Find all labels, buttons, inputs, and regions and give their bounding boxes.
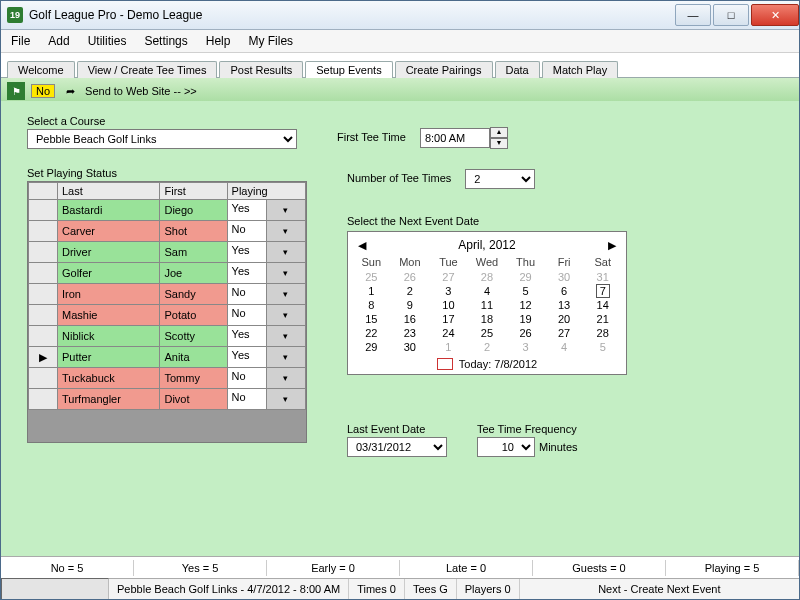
- chevron-down-icon[interactable]: ▾: [266, 305, 305, 325]
- course-label: Select a Course: [27, 115, 297, 127]
- calendar-day[interactable]: 24: [429, 326, 468, 340]
- table-row[interactable]: BastardiDiegoYes▾: [29, 200, 306, 221]
- calendar-day[interactable]: 28: [468, 270, 507, 284]
- calendar-day[interactable]: 7: [583, 284, 622, 298]
- calendar-day[interactable]: 1: [352, 284, 391, 298]
- table-row[interactable]: TuckabuckTommyNo▾: [29, 368, 306, 389]
- num-tees-label: Number of Tee Times: [347, 172, 451, 184]
- last-event-select[interactable]: 03/31/2012: [347, 437, 447, 457]
- chevron-down-icon[interactable]: ▾: [266, 221, 305, 241]
- calendar-day[interactable]: 2: [468, 340, 507, 354]
- count-yes: Yes = 5: [134, 560, 267, 576]
- table-row[interactable]: ▶PutterAnitaYes▾: [29, 347, 306, 368]
- calendar-day[interactable]: 2: [391, 284, 430, 298]
- calendar-day[interactable]: 19: [506, 312, 545, 326]
- calendar-day[interactable]: 29: [352, 340, 391, 354]
- table-row[interactable]: CarverShotNo▾: [29, 221, 306, 242]
- chevron-down-icon[interactable]: ▾: [266, 347, 305, 367]
- chevron-down-icon[interactable]: ▾: [266, 263, 305, 283]
- cal-prev-icon[interactable]: ◀: [358, 239, 366, 252]
- calendar-day[interactable]: 5: [583, 340, 622, 354]
- table-row[interactable]: NiblickScottyYes▾: [29, 326, 306, 347]
- flag-icon[interactable]: ⚑: [7, 82, 25, 100]
- menu-my-files[interactable]: My Files: [248, 34, 293, 48]
- calendar-day[interactable]: 31: [583, 270, 622, 284]
- calendar-day[interactable]: 21: [583, 312, 622, 326]
- calendar-day[interactable]: 27: [429, 270, 468, 284]
- table-row[interactable]: GolferJoeYes▾: [29, 263, 306, 284]
- cal-next-icon[interactable]: ▶: [608, 239, 616, 252]
- cal-today[interactable]: Today: 7/8/2012: [352, 358, 622, 370]
- calendar-day[interactable]: 15: [352, 312, 391, 326]
- num-tees-select[interactable]: 2: [465, 169, 535, 189]
- calendar-day[interactable]: 23: [391, 326, 430, 340]
- menu-file[interactable]: File: [11, 34, 30, 48]
- table-row[interactable]: TurfmanglerDivotNo▾: [29, 389, 306, 410]
- calendar-day[interactable]: 10: [429, 298, 468, 312]
- freq-select[interactable]: 10: [477, 437, 535, 457]
- tab-welcome[interactable]: Welcome: [7, 61, 75, 78]
- calendar-day[interactable]: 13: [545, 298, 584, 312]
- table-row[interactable]: IronSandyNo▾: [29, 284, 306, 305]
- minimize-button[interactable]: —: [675, 4, 711, 26]
- course-select[interactable]: Pebble Beach Golf Links: [27, 129, 297, 149]
- calendar-day[interactable]: 30: [545, 270, 584, 284]
- first-tee-input[interactable]: [420, 128, 490, 148]
- chevron-down-icon[interactable]: ▾: [266, 284, 305, 304]
- calendar-day[interactable]: 25: [468, 326, 507, 340]
- table-row[interactable]: DriverSamYes▾: [29, 242, 306, 263]
- tab-tee-times[interactable]: View / Create Tee Times: [77, 61, 218, 78]
- calendar-day[interactable]: 30: [391, 340, 430, 354]
- status-grip: [1, 578, 109, 600]
- calendar-day[interactable]: 20: [545, 312, 584, 326]
- calendar-day[interactable]: 3: [506, 340, 545, 354]
- tab-match-play[interactable]: Match Play: [542, 61, 618, 78]
- calendar-day[interactable]: 29: [506, 270, 545, 284]
- calendar-day[interactable]: 4: [468, 284, 507, 298]
- tab-data[interactable]: Data: [495, 61, 540, 78]
- table-row[interactable]: MashiePotatoNo▾: [29, 305, 306, 326]
- menu-settings[interactable]: Settings: [144, 34, 187, 48]
- spin-up-icon[interactable]: ▲: [490, 127, 508, 138]
- calendar-day[interactable]: 4: [545, 340, 584, 354]
- calendar-day[interactable]: 6: [545, 284, 584, 298]
- chevron-down-icon[interactable]: ▾: [266, 389, 305, 409]
- calendar[interactable]: ◀ April, 2012 ▶ SunMonTueWedThuFriSat252…: [347, 231, 627, 375]
- spin-down-icon[interactable]: ▼: [490, 138, 508, 149]
- tab-setup-events[interactable]: Setup Events: [305, 61, 392, 78]
- calendar-day[interactable]: 18: [468, 312, 507, 326]
- menu-add[interactable]: Add: [48, 34, 69, 48]
- chevron-down-icon[interactable]: ▾: [266, 368, 305, 388]
- calendar-day[interactable]: 1: [429, 340, 468, 354]
- playing-status-grid[interactable]: LastFirstPlayingBastardiDiegoYes▾CarverS…: [27, 181, 307, 443]
- calendar-day[interactable]: 3: [429, 284, 468, 298]
- menu-utilities[interactable]: Utilities: [88, 34, 127, 48]
- calendar-day[interactable]: 22: [352, 326, 391, 340]
- calendar-day[interactable]: 11: [468, 298, 507, 312]
- freq-unit: Minutes: [539, 441, 578, 453]
- calendar-day[interactable]: 17: [429, 312, 468, 326]
- tab-create-pairings[interactable]: Create Pairings: [395, 61, 493, 78]
- calendar-day[interactable]: 26: [506, 326, 545, 340]
- calendar-day[interactable]: 8: [352, 298, 391, 312]
- calendar-day[interactable]: 25: [352, 270, 391, 284]
- calendar-day[interactable]: 27: [545, 326, 584, 340]
- calendar-day[interactable]: 26: [391, 270, 430, 284]
- chevron-down-icon[interactable]: ▾: [266, 326, 305, 346]
- calendar-day[interactable]: 12: [506, 298, 545, 312]
- menu-help[interactable]: Help: [206, 34, 231, 48]
- calendar-day[interactable]: 28: [583, 326, 622, 340]
- calendar-day[interactable]: 16: [391, 312, 430, 326]
- first-tee-label: First Tee Time: [337, 131, 406, 143]
- count-no: No = 5: [1, 560, 134, 576]
- maximize-button[interactable]: □: [713, 4, 749, 26]
- calendar-day[interactable]: 5: [506, 284, 545, 298]
- close-button[interactable]: ✕: [751, 4, 799, 26]
- chevron-down-icon[interactable]: ▾: [266, 200, 305, 220]
- calendar-day[interactable]: 9: [391, 298, 430, 312]
- calendar-day[interactable]: 14: [583, 298, 622, 312]
- chevron-down-icon[interactable]: ▾: [266, 242, 305, 262]
- toolbar-send-label[interactable]: Send to Web Site -- >>: [85, 85, 197, 97]
- tab-post-results[interactable]: Post Results: [219, 61, 303, 78]
- toolbar-no-button[interactable]: No: [31, 84, 55, 98]
